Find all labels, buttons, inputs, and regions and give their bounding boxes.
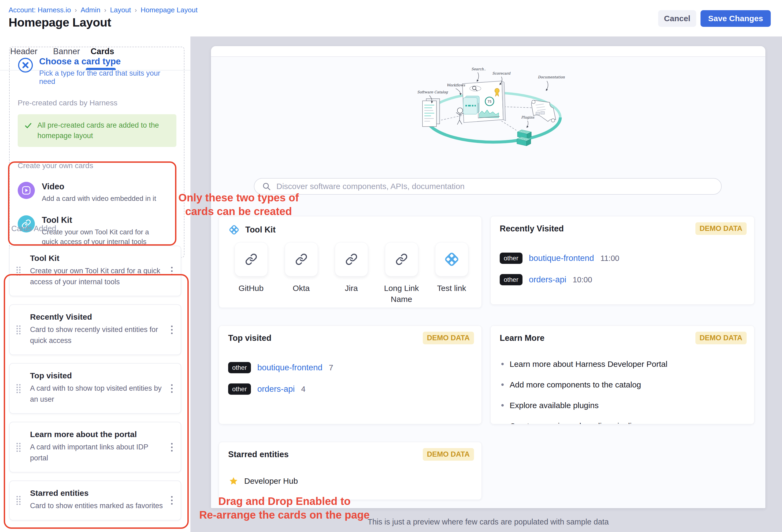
more-options-icon[interactable] (170, 494, 174, 506)
preview-search-bar (254, 178, 722, 195)
more-options-icon[interactable] (170, 265, 174, 277)
entity-kind-tag: other (500, 274, 523, 285)
added-card-description: A card with important links about IDP po… (30, 441, 163, 463)
page-header: Account: Harness.io › Admin › Layout › H… (0, 0, 782, 36)
entity-time: 11:00 (601, 254, 619, 263)
homepage-layout-screen: Account: Harness.io › Admin › Layout › H… (0, 0, 782, 532)
breadcrumb-layout[interactable]: Layout (110, 6, 131, 14)
link-icon (295, 253, 308, 265)
breadcrumb: Account: Harness.io › Admin › Layout › H… (8, 6, 198, 14)
top-visited-title: Top visited (228, 333, 271, 343)
learn-more-text: Explore available plugins (510, 401, 599, 410)
cancel-button[interactable]: Cancel (658, 10, 696, 27)
search-input[interactable] (276, 181, 714, 191)
preview-card-top-visited: Top visited DEMO DATA other boutique-fro… (219, 325, 482, 424)
added-card-title: Learn more about the portal (30, 430, 163, 439)
drag-handle-icon[interactable] (15, 266, 22, 277)
preview-window-chrome (211, 46, 766, 57)
video-icon (18, 182, 35, 199)
toolkit-link-label: Okta (293, 283, 310, 294)
entity-link[interactable]: boutique-frontend (529, 253, 594, 263)
close-circle-icon[interactable] (18, 58, 33, 73)
added-card-description: Card to show recently visited entities f… (30, 324, 163, 346)
starred-entities-title: Starred entities (228, 450, 289, 459)
preview-footer-note: This is just a preview where few cards a… (211, 518, 766, 526)
more-options-icon[interactable] (170, 441, 174, 453)
learn-more-item: Explore available plugins (501, 395, 668, 416)
star-icon (229, 476, 238, 486)
learn-more-text: Create a service onboarding pipeline (510, 422, 641, 424)
demo-data-badge: DEMO DATA (423, 448, 474, 461)
cards-added-label: Cards Added (11, 224, 56, 233)
learn-more-text: Add more components to the catalog (510, 380, 641, 389)
recently-visited-row: other orders-api 10:00 (500, 269, 619, 290)
illustration-label-search: Search.. (471, 67, 486, 71)
toolkit-links: GitHub Okta Jira Long Link Name (226, 242, 477, 305)
added-card-toolkit[interactable]: Tool Kit Create your own Tool Kit card f… (9, 246, 181, 296)
top-visited-row: other boutique-frontend 7 (228, 357, 333, 378)
card-type-option-video[interactable]: Video Add a card with video embedded in … (18, 182, 176, 203)
bullet-icon (501, 384, 504, 386)
preview-card-starred-entities: Starred entities DEMO DATA Developer Hub… (219, 442, 482, 500)
save-changes-button[interactable]: Save Changes (701, 10, 771, 27)
breadcrumb-admin[interactable]: Admin (81, 6, 101, 14)
chooser-title: Choose a card type (39, 56, 176, 67)
recently-visited-row: other boutique-frontend 11:00 (500, 248, 619, 269)
entity-link[interactable]: orders-api (529, 275, 566, 284)
precreated-cards-label: Pre-created cards by Harness (18, 99, 176, 107)
create-own-cards-label: Create your own cards (18, 162, 176, 170)
toolkit-link-label: Jira (345, 283, 358, 294)
link-icon (395, 253, 408, 265)
homepage-preview-panel: 75 (211, 46, 766, 508)
illustration-label-scorecard: Scorecard (492, 71, 511, 75)
toolkit-link-label: Test link (437, 283, 466, 294)
link-icon (245, 253, 257, 265)
breadcrumb-account[interactable]: Account: Harness.io (8, 6, 71, 14)
illustration-label-plugins: Plugins (521, 115, 535, 119)
added-card-title: Recently Visited (30, 312, 163, 321)
drag-handle-icon[interactable] (15, 383, 22, 394)
added-card-description: Create your own Tool Kit card for a quic… (30, 265, 163, 287)
more-options-icon[interactable] (170, 383, 174, 394)
bullet-icon (501, 363, 504, 365)
more-options-icon[interactable] (170, 324, 174, 336)
illustration-label-documentation: Documentation (538, 75, 565, 79)
entity-kind-tag: other (228, 362, 251, 373)
sidebar: Header Banner Cards Choose a card type P… (0, 36, 191, 532)
breadcrumb-separator: › (135, 6, 137, 14)
toolkit-link-long-link-name[interactable]: Long Link Name (377, 242, 427, 305)
added-card-learn-more[interactable]: Learn more about the portal A card with … (9, 422, 181, 472)
learn-more-item: Add more components to the catalog (501, 374, 668, 395)
video-option-description: Add a card with video embedded in it (42, 193, 156, 203)
chooser-subtitle: Pick a type for the card that suits your… (39, 69, 176, 86)
toolkit-link-test-link[interactable]: Test link (427, 242, 477, 305)
developer-portal-illustration: 75 (407, 61, 579, 149)
drag-handle-icon[interactable] (15, 495, 22, 506)
toolkit-card-title: Tool Kit (245, 225, 276, 235)
drag-handle-icon[interactable] (15, 442, 22, 453)
toolkit-link-jira[interactable]: Jira (326, 242, 377, 305)
added-card-starred[interactable]: Starred entities Card to show entities m… (9, 481, 181, 521)
top-visited-row: other orders-api 4 (228, 378, 333, 400)
page-title: Homepage Layout (8, 15, 111, 30)
search-icon (262, 182, 271, 191)
drag-handle-icon[interactable] (15, 324, 22, 335)
preview-body: 75 (211, 57, 766, 508)
added-card-top-visited[interactable]: Top visited A card with to show top visi… (9, 363, 181, 414)
toolkit-link-okta[interactable]: Okta (276, 242, 326, 305)
bullet-icon (501, 404, 504, 406)
starred-entity-row: Login Service (229, 493, 298, 500)
scorecard-value: 75 (487, 100, 491, 104)
precreated-success-banner: All pre-created cards are added to the h… (18, 114, 176, 147)
breadcrumb-homepage-layout[interactable]: Homepage Layout (140, 6, 197, 14)
preview-card-learn-more: Learn More DEMO DATA Learn more about Ha… (490, 325, 754, 424)
added-card-recently-visited[interactable]: Recently Visited Card to show recently v… (9, 304, 181, 355)
entity-link[interactable]: boutique-frontend (257, 363, 322, 373)
breadcrumb-separator: › (75, 6, 77, 14)
entity-link[interactable]: orders-api (257, 384, 295, 394)
breadcrumb-separator: › (104, 6, 106, 14)
entity-count: 7 (329, 363, 333, 372)
toolkit-link-github[interactable]: GitHub (226, 242, 276, 305)
toolkit-option-title: Tool Kit (42, 215, 163, 225)
cards-added-list: Tool Kit Create your own Tool Kit card f… (9, 246, 181, 529)
